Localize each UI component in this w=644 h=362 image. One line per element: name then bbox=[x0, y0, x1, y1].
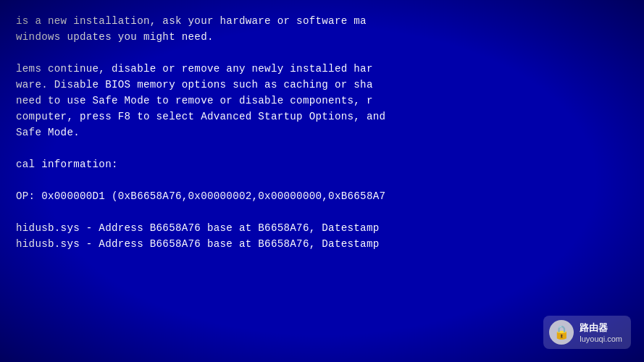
watermark-icon: 🔒 bbox=[549, 320, 574, 345]
bsod-line: ware. Disable BIOS memory options such a… bbox=[16, 79, 373, 90]
bsod-line: cal information: bbox=[16, 159, 118, 170]
watermark-badge: 🔒 路由器 luyouqi.com bbox=[543, 316, 631, 349]
bsod-screen: is a new installation, ask your hardware… bbox=[0, 0, 644, 362]
bsod-line: hidusb.sys - Address B6658A76 base at B6… bbox=[16, 222, 379, 234]
watermark-site-name: 路由器 bbox=[580, 321, 608, 334]
watermark-site-url: luyouqi.com bbox=[580, 334, 622, 343]
bsod-line: OP: 0x000000D1 (0xB6658A76,0x00000002,0x… bbox=[16, 190, 385, 202]
bsod-line: windows updates you might need. bbox=[16, 31, 214, 43]
bsod-line: lems continue, disable or remove any new… bbox=[16, 63, 373, 75]
watermark-text: 路由器 luyouqi.com bbox=[580, 321, 622, 343]
bsod-line: computer, press F8 to select Advanced St… bbox=[16, 111, 385, 122]
bsod-line: Safe Mode. bbox=[16, 127, 80, 138]
bsod-line: need to use Safe Mode to remove or disab… bbox=[16, 95, 373, 106]
bsod-line: is a new installation, ask your hardware… bbox=[16, 15, 367, 27]
bsod-text-content: is a new installation, ask your hardware… bbox=[16, 13, 628, 252]
bsod-line: hidusb.sys - Address B6658A76 base at B6… bbox=[16, 238, 379, 250]
